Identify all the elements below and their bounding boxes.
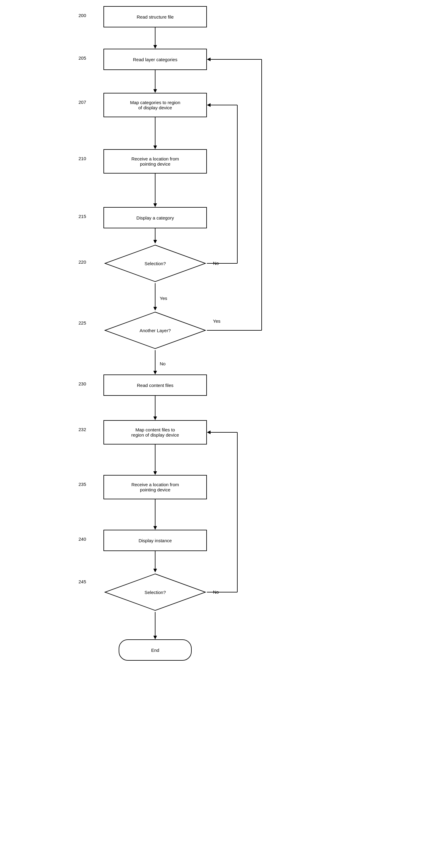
node-another-layer-225: Another Layer? (103, 311, 207, 350)
svg-marker-5 (153, 146, 157, 149)
svg-text:Yes: Yes (213, 318, 220, 323)
ref-220: 220 (78, 259, 86, 265)
node-read-layer-categories: Read layer categories (103, 49, 207, 70)
svg-marker-17 (153, 416, 157, 420)
ref-210: 210 (78, 156, 86, 161)
node-read-content-files: Read content files (103, 374, 207, 396)
ref-230: 230 (78, 381, 86, 386)
node-display-category: Display a category (103, 207, 207, 228)
node-end: End (119, 639, 192, 661)
node-receive-location-235: Receive a location from pointing device (103, 475, 207, 499)
ref-245: 245 (78, 579, 86, 584)
svg-marker-7 (153, 204, 157, 207)
svg-marker-40 (207, 431, 210, 434)
svg-marker-23 (153, 569, 157, 572)
svg-marker-1 (153, 45, 157, 49)
svg-marker-3 (153, 89, 157, 93)
node-read-structure-file: Read structure file (103, 6, 207, 27)
ref-215: 215 (78, 214, 86, 219)
ref-225: 225 (78, 320, 86, 326)
ref-207: 207 (78, 99, 86, 105)
svg-marker-14 (153, 371, 157, 374)
arrows-svg: Yes No No Yes (0, 0, 422, 868)
ref-205: 205 (78, 55, 86, 61)
svg-marker-25 (153, 636, 157, 639)
svg-text:No: No (213, 260, 219, 266)
svg-marker-11 (153, 307, 157, 311)
svg-marker-9 (153, 240, 157, 244)
ref-232: 232 (78, 427, 86, 432)
node-selection-220: Selection? (103, 244, 207, 283)
svg-marker-21 (153, 526, 157, 530)
svg-marker-19 (153, 471, 157, 475)
svg-text:Yes: Yes (160, 296, 167, 301)
node-display-instance: Display instance (103, 530, 207, 551)
svg-marker-30 (207, 103, 210, 107)
node-receive-location-210: Receive a location from pointing device (103, 149, 207, 174)
node-map-categories: Map categories to region of display devi… (103, 93, 207, 117)
node-selection-245: Selection? (103, 572, 207, 612)
ref-240: 240 (78, 536, 86, 541)
flowchart-diagram: Yes No No Yes (0, 0, 422, 868)
node-map-content-files: Map content files to region of display d… (103, 420, 207, 444)
svg-text:No: No (160, 361, 165, 366)
svg-text:No: No (213, 589, 219, 595)
ref-200: 200 (78, 13, 86, 18)
ref-235: 235 (78, 482, 86, 487)
svg-marker-35 (207, 58, 210, 61)
